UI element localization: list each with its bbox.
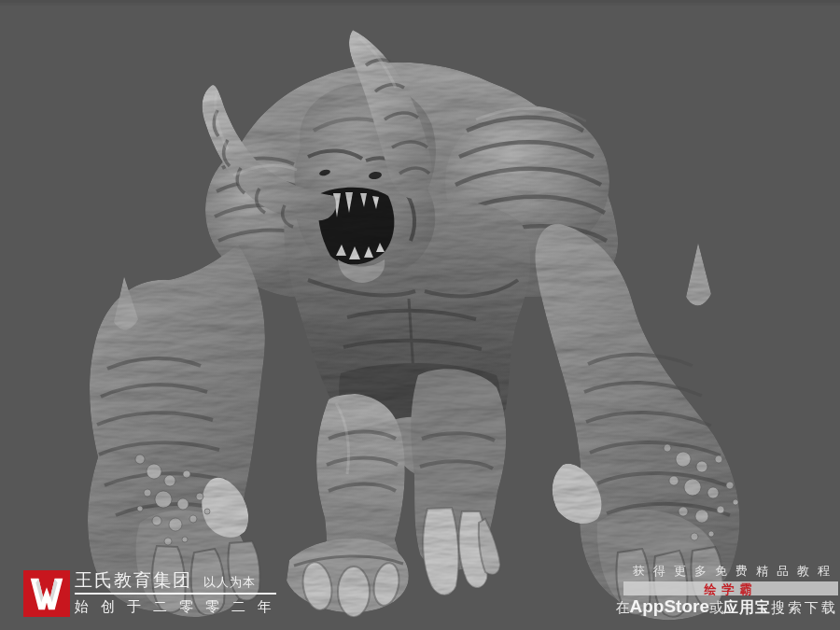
promo-headline: 获得更多免费精品教程 (612, 564, 838, 579)
brand-divider (75, 593, 276, 595)
store-or: 或 (709, 599, 723, 615)
promo-badge-bar: 绘学霸 (623, 581, 838, 595)
appstore-label: AppStore (630, 596, 710, 616)
store-suffix: 搜索下载 (771, 599, 838, 615)
promo-store-line: 在AppStore或应用宝搜索下载 (612, 598, 838, 616)
brand-watermark: 王氏教育集团 以人为本 始创于二零零二年 (23, 570, 284, 617)
sculpt-artwork (0, 0, 840, 630)
screenshot-root: 王氏教育集团 以人为本 始创于二零零二年 获得更多免费精品教程 绘学霸 在App… (0, 0, 840, 630)
promo-badge-label: 绘学霸 (705, 582, 758, 596)
brand-since-line: 始创于二零零二年 (75, 598, 284, 614)
brand-tagline: 以人为本 (203, 574, 256, 590)
yingyongbao-label: 应用宝 (723, 599, 771, 615)
brand-company-name: 王氏教育集团 (75, 571, 192, 590)
promo-watermark: 获得更多免费精品教程 绘学霸 在AppStore或应用宝搜索下载 (612, 564, 838, 616)
store-prefix: 在 (616, 599, 630, 615)
brand-logo-icon (23, 570, 70, 617)
